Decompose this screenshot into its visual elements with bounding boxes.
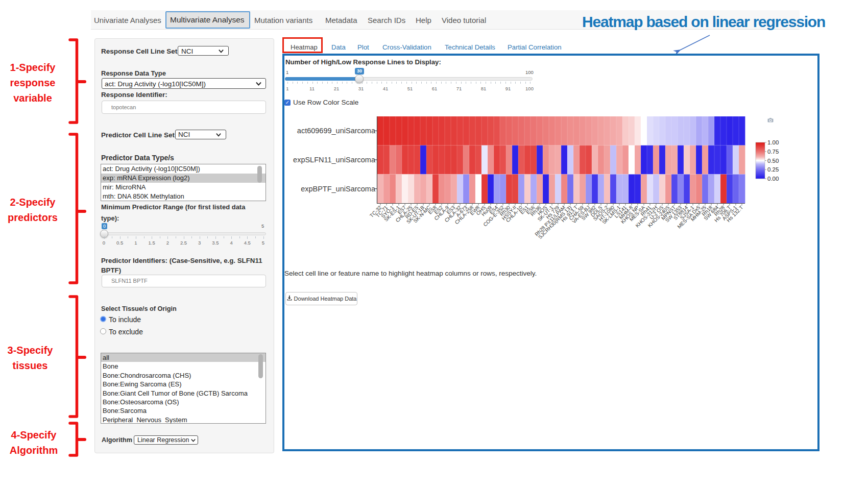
- svg-text:0.25: 0.25: [767, 166, 779, 173]
- svg-text:expSLFN11_uniSarcoma: expSLFN11_uniSarcoma: [293, 156, 376, 164]
- svg-text:act609699_uniSarcoma: act609699_uniSarcoma: [297, 127, 376, 135]
- svg-text:1.00: 1.00: [767, 139, 779, 145]
- svg-text:0.00: 0.00: [767, 176, 779, 182]
- svg-text:0.75: 0.75: [767, 149, 779, 155]
- svg-text:0.50: 0.50: [767, 158, 779, 164]
- svg-text:expBPTF_uniSarcoma: expBPTF_uniSarcoma: [301, 185, 376, 193]
